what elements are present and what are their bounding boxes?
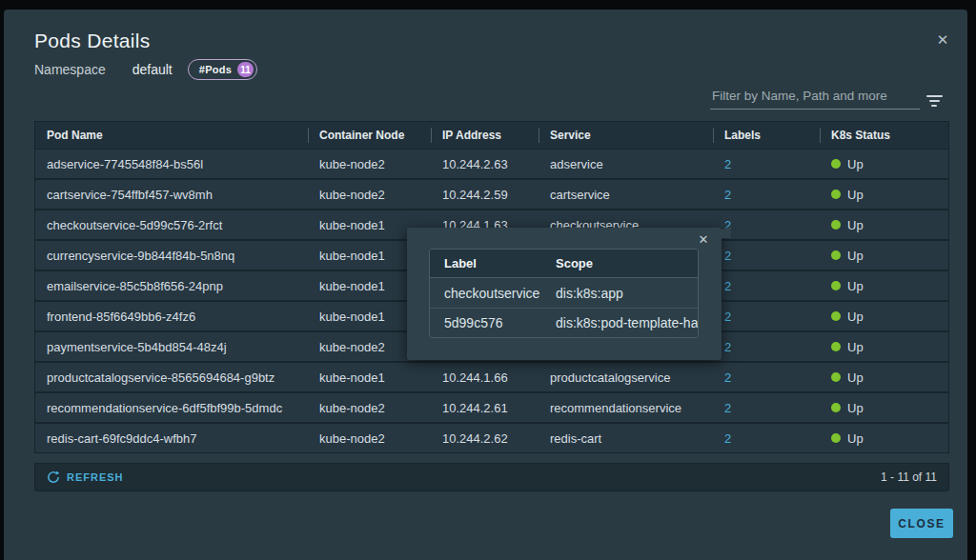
- popup-close-icon[interactable]: ✕: [695, 231, 712, 249]
- labels-cell: 2: [713, 422, 820, 452]
- status-text: Up: [847, 157, 864, 171]
- col-header-pod-name: Pod Name: [35, 122, 308, 150]
- popup-label-cell: checkoutservice: [430, 278, 541, 308]
- labels-count-link[interactable]: 2: [724, 310, 731, 324]
- status-up-dot-icon: [831, 190, 841, 199]
- page-title: Pods Details: [34, 28, 151, 53]
- namespace-row: Namespace default #Pods 11: [34, 59, 257, 80]
- status-text: Up: [847, 218, 864, 232]
- pod-name-cell: checkoutservice-5d99c576-2rfct: [35, 209, 308, 239]
- status-text: Up: [847, 370, 864, 385]
- popup-scope-cell: dis:k8s:pod-template-hash: [541, 308, 698, 337]
- pods-count-badge[interactable]: #Pods 11: [188, 59, 257, 80]
- table-row: adservice-7745548f84-bs56l kube-node2 10…: [35, 150, 948, 178]
- status-text: Up: [847, 431, 864, 446]
- pod-name-cell: adservice-7745548f84-bs56l: [35, 150, 308, 178]
- table-footer: REFRESH 1 - 11 of 11: [34, 463, 949, 491]
- pod-name-cell: redis-cart-69fc9ddc4-wfbh7: [35, 422, 308, 452]
- labels-cell: 2: [713, 239, 820, 270]
- status-up-dot-icon: [831, 250, 841, 260]
- col-header-container-node: Container Node: [308, 122, 431, 150]
- service-cell: recommendationservice: [539, 391, 713, 422]
- col-header-k8s-status: K8s Status: [820, 122, 948, 150]
- ip-address-cell: 10.244.2.59: [431, 178, 539, 209]
- labels-cell: 2: [713, 178, 820, 209]
- container-node-cell: kube-node2: [308, 422, 431, 452]
- filter-input[interactable]: [710, 86, 920, 110]
- status-up-dot-icon: [831, 433, 841, 443]
- container-node-cell: kube-node2: [308, 391, 431, 422]
- ip-address-cell: 10.244.2.61: [431, 391, 539, 422]
- refresh-button[interactable]: REFRESH: [47, 470, 124, 484]
- table-header-row: Pod Name Container Node IP Address Servi…: [35, 122, 948, 150]
- popup-header-row: Label Scope: [430, 250, 698, 278]
- status-up-dot-icon: [831, 403, 841, 412]
- status-text: Up: [847, 279, 864, 293]
- col-header-ip-address: IP Address: [431, 122, 539, 150]
- k8s-status-cell: Up: [820, 209, 948, 239]
- table-row: productcatalogservice-8565694684-g9btz k…: [35, 361, 948, 391]
- k8s-status-cell: Up: [820, 270, 948, 300]
- status-up-dot-icon: [831, 342, 841, 351]
- pods-details-dialog: Pods Details ✕ Namespace default #Pods 1…: [4, 10, 967, 560]
- popup-row: checkoutservice dis:k8s:app: [430, 278, 698, 308]
- pagination-range: 1 - 11 of 11: [881, 470, 937, 484]
- labels-count-link[interactable]: 2: [724, 370, 731, 385]
- labels-cell: 2: [713, 150, 820, 178]
- filter-icon[interactable]: [925, 95, 944, 110]
- status-text: Up: [847, 188, 864, 202]
- close-button[interactable]: CLOSE: [890, 509, 953, 538]
- popup-scope-cell: dis:k8s:app: [541, 278, 698, 308]
- k8s-status-cell: Up: [820, 422, 948, 452]
- k8s-status-cell: Up: [820, 150, 948, 178]
- labels-popup: ✕ Label Scope checkoutservice dis:k8s:ap…: [407, 228, 722, 360]
- labels-cell: 2: [713, 391, 820, 422]
- labels-cell: 2: [713, 330, 820, 361]
- labels-count-link[interactable]: 2: [724, 279, 731, 293]
- labels-cell: 2: [713, 361, 820, 391]
- service-cell: redis-cart: [539, 422, 713, 452]
- k8s-status-cell: Up: [820, 300, 948, 330]
- labels-count-link[interactable]: 2: [724, 340, 731, 354]
- labels-cell: 2: [713, 300, 820, 330]
- k8s-status-cell: Up: [820, 239, 948, 270]
- labels-count-link[interactable]: 2: [724, 188, 731, 202]
- status-text: Up: [847, 340, 864, 354]
- table-row: redis-cart-69fc9ddc4-wfbh7 kube-node2 10…: [35, 422, 948, 452]
- namespace-label: Namespace: [34, 62, 106, 77]
- popup-row: 5d99c576 dis:k8s:pod-template-hash: [430, 308, 698, 337]
- k8s-status-cell: Up: [820, 361, 948, 391]
- container-node-cell: kube-node2: [308, 178, 431, 209]
- k8s-status-cell: Up: [820, 391, 948, 422]
- refresh-icon: [47, 470, 60, 484]
- pods-badge-count: 11: [237, 62, 254, 77]
- k8s-status-cell: Up: [820, 178, 948, 209]
- container-node-cell: kube-node2: [308, 150, 431, 178]
- labels-count-link[interactable]: 2: [724, 249, 731, 263]
- status-up-dot-icon: [831, 372, 841, 382]
- pod-name-cell: frontend-85f6649bb6-z4fz6: [35, 300, 308, 330]
- pods-badge-label: #Pods: [199, 64, 233, 75]
- status-up-dot-icon: [831, 281, 841, 290]
- status-text: Up: [847, 249, 864, 263]
- labels-count-link[interactable]: 2: [724, 157, 731, 171]
- labels-cell: 2: [713, 270, 820, 300]
- pod-name-cell: productcatalogservice-8565694684-g9btz: [35, 361, 308, 391]
- popup-label-cell: 5d99c576: [430, 308, 541, 337]
- k8s-status-cell: Up: [820, 330, 948, 361]
- pod-name-cell: paymentservice-5b4bd854-48z4j: [35, 330, 308, 361]
- filter-field: [710, 86, 920, 110]
- service-cell: productcatalogservice: [539, 361, 713, 391]
- ip-address-cell: 10.244.1.66: [431, 361, 539, 391]
- status-up-dot-icon: [831, 311, 841, 321]
- ip-address-cell: 10.244.2.63: [431, 150, 539, 178]
- close-icon[interactable]: ✕: [933, 30, 952, 50]
- container-node-cell: kube-node1: [308, 361, 431, 391]
- pod-name-cell: recommendationservice-6df5fbf99b-5dmdc: [35, 391, 308, 422]
- service-cell: cartservice: [539, 178, 713, 209]
- pod-name-cell: emailservice-85c5b8f656-24pnp: [35, 270, 308, 300]
- labels-count-link[interactable]: 2: [724, 401, 731, 415]
- labels-count-link[interactable]: 2: [724, 431, 731, 446]
- ip-address-cell: 10.244.2.62: [431, 422, 539, 452]
- popup-col-header-label: Label: [430, 250, 541, 278]
